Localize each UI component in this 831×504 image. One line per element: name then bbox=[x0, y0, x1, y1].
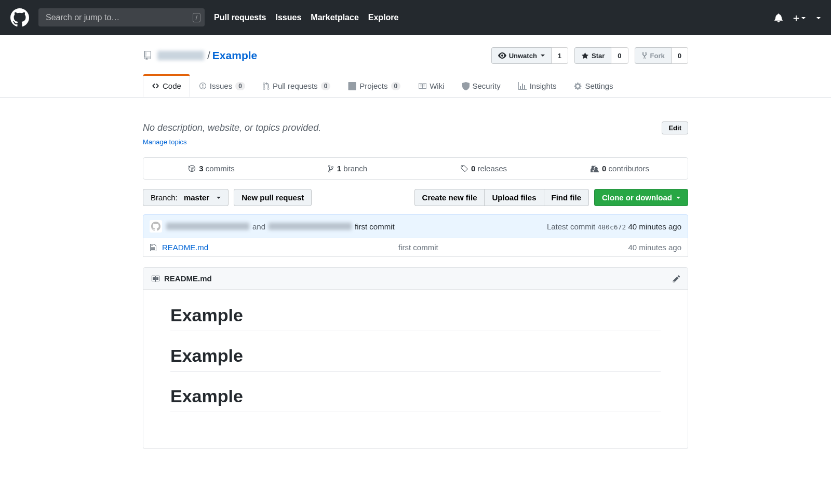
releases-stat[interactable]: 0 releases bbox=[416, 158, 552, 179]
readme-header: README.md bbox=[143, 268, 688, 290]
clone-label: Clone or download bbox=[602, 193, 672, 202]
tab-wiki[interactable]: Wiki bbox=[409, 74, 453, 97]
readme-heading-3: Example bbox=[170, 386, 661, 412]
tab-insights-label: Insights bbox=[530, 81, 557, 90]
tab-projects-label: Projects bbox=[359, 81, 387, 90]
description-row: No description, website, or topics provi… bbox=[143, 121, 688, 134]
user-menu[interactable] bbox=[815, 13, 821, 21]
tag-icon bbox=[460, 165, 468, 173]
commit-sha[interactable]: 480c672 bbox=[597, 223, 626, 231]
owner-name-blurred[interactable] bbox=[157, 51, 204, 60]
eye-icon bbox=[498, 51, 506, 60]
tab-settings[interactable]: Settings bbox=[565, 74, 622, 97]
repo-title: / Example bbox=[143, 49, 257, 62]
star-count[interactable]: 0 bbox=[611, 47, 628, 64]
social-buttons: Unwatch 1 Star 0 Fork 0 bbox=[491, 47, 688, 64]
tab-pull-requests[interactable]: Pull requests 0 bbox=[254, 74, 339, 97]
tab-projects-count: 0 bbox=[391, 82, 401, 90]
tab-issues-count: 0 bbox=[235, 82, 245, 90]
commit-and: and bbox=[252, 222, 265, 231]
clone-download-button[interactable]: Clone or download bbox=[594, 189, 688, 206]
book-icon bbox=[151, 275, 160, 283]
file-time: 40 minutes ago bbox=[628, 243, 681, 252]
tab-code[interactable]: Code bbox=[143, 74, 190, 97]
latest-commit-bar: and first commit Latest commit 480c672 4… bbox=[143, 214, 688, 238]
commit-author-2-blurred[interactable] bbox=[269, 223, 352, 230]
tab-insights[interactable]: Insights bbox=[510, 74, 566, 97]
commit-time: 40 minutes ago bbox=[628, 222, 681, 231]
repo-stats: 3 commits 1 branch 0 releases 0 contribu… bbox=[143, 157, 688, 180]
tab-settings-label: Settings bbox=[585, 81, 613, 90]
tab-wiki-label: Wiki bbox=[430, 81, 444, 90]
primary-nav: Pull requests Issues Marketplace Explore bbox=[214, 13, 398, 22]
file-name[interactable]: README.md bbox=[162, 243, 208, 252]
file-commit-msg[interactable]: first commit bbox=[208, 243, 628, 252]
branch-selector[interactable]: Branch: master bbox=[143, 189, 229, 206]
watch-count[interactable]: 1 bbox=[552, 47, 568, 64]
file-row: README.md first commit 40 minutes ago bbox=[143, 238, 688, 256]
branch-prefix: Branch: bbox=[151, 193, 178, 202]
repo-name[interactable]: Example bbox=[212, 49, 257, 62]
separator: / bbox=[207, 49, 210, 62]
nav-explore[interactable]: Explore bbox=[368, 13, 399, 22]
create-new-menu[interactable] bbox=[793, 13, 806, 21]
edit-description-button[interactable]: Edit bbox=[662, 121, 688, 134]
latest-commit-label: Latest commit bbox=[547, 222, 595, 231]
edit-readme-button[interactable] bbox=[673, 274, 680, 283]
fork-count[interactable]: 0 bbox=[672, 47, 688, 64]
readme-filename: README.md bbox=[164, 274, 212, 283]
readme-panel: README.md Example Example Example bbox=[143, 267, 688, 449]
branches-label: branch bbox=[343, 164, 367, 173]
file-list: README.md first commit 40 minutes ago bbox=[143, 238, 688, 257]
fork-label: Fork bbox=[650, 52, 665, 60]
watch-button[interactable]: Unwatch bbox=[491, 47, 552, 64]
repo-icon bbox=[143, 51, 152, 60]
branches-stat[interactable]: 1 branch bbox=[279, 158, 416, 179]
contributors-count: 0 bbox=[602, 164, 606, 173]
history-icon bbox=[188, 165, 196, 172]
watch-label: Unwatch bbox=[509, 52, 537, 60]
people-icon bbox=[590, 165, 599, 172]
readme-heading-1: Example bbox=[170, 305, 661, 331]
commit-avatar[interactable] bbox=[150, 220, 162, 233]
fork-button[interactable]: Fork bbox=[635, 47, 672, 64]
releases-count: 0 bbox=[471, 164, 475, 173]
tab-security[interactable]: Security bbox=[453, 74, 510, 97]
tab-security-label: Security bbox=[473, 81, 501, 90]
tab-projects[interactable]: Projects 0 bbox=[339, 74, 409, 97]
file-icon bbox=[150, 243, 157, 252]
create-file-button[interactable]: Create new file bbox=[414, 189, 485, 206]
tab-issues-label: Issues bbox=[210, 81, 232, 90]
new-pull-request-button[interactable]: New pull request bbox=[234, 189, 312, 206]
manage-topics-link[interactable]: Manage topics bbox=[143, 138, 187, 146]
contributors-label: contributors bbox=[609, 164, 649, 173]
find-file-button[interactable]: Find file bbox=[544, 189, 589, 206]
top-nav: / Pull requests Issues Marketplace Explo… bbox=[0, 0, 831, 35]
tab-code-label: Code bbox=[163, 81, 181, 90]
nav-issues[interactable]: Issues bbox=[275, 13, 301, 22]
notifications-icon[interactable] bbox=[774, 12, 783, 22]
search-hotkey-badge: / bbox=[193, 13, 200, 22]
commit-message[interactable]: first commit bbox=[355, 222, 395, 231]
star-button[interactable]: Star bbox=[574, 47, 611, 64]
commits-stat[interactable]: 3 commits bbox=[143, 158, 279, 179]
repo-tabs: Code Issues 0 Pull requests 0 Projects 0… bbox=[143, 74, 688, 97]
github-logo[interactable] bbox=[10, 8, 29, 27]
branches-count: 1 bbox=[337, 164, 341, 173]
fork-icon bbox=[641, 51, 648, 60]
branch-icon bbox=[328, 165, 334, 173]
tab-issues[interactable]: Issues 0 bbox=[190, 74, 254, 97]
upload-files-button[interactable]: Upload files bbox=[485, 189, 544, 206]
nav-pull-requests[interactable]: Pull requests bbox=[214, 13, 266, 22]
nav-right bbox=[774, 12, 821, 22]
repo-header: / Example Unwatch 1 Star 0 bbox=[143, 47, 688, 64]
commit-author-1-blurred[interactable] bbox=[166, 223, 249, 230]
search-input[interactable] bbox=[38, 8, 205, 26]
description-text: No description, website, or topics provi… bbox=[143, 122, 321, 133]
pencil-icon bbox=[673, 275, 680, 283]
contributors-stat[interactable]: 0 contributors bbox=[552, 158, 688, 179]
star-icon bbox=[581, 52, 589, 60]
commits-label: commits bbox=[206, 164, 235, 173]
tab-pulls-label: Pull requests bbox=[273, 81, 318, 90]
nav-marketplace[interactable]: Marketplace bbox=[311, 13, 359, 22]
